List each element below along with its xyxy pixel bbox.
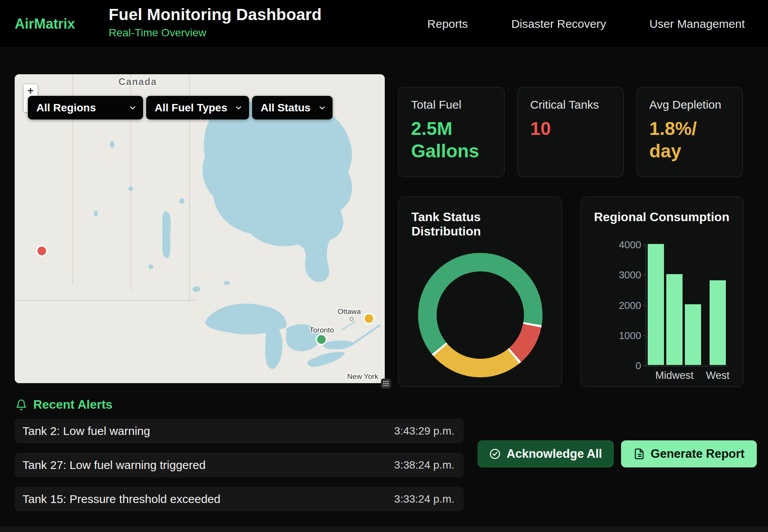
map-label-canada: Canada <box>118 76 157 87</box>
stat-value: 1.8%/ day <box>649 118 730 162</box>
map-canvas[interactable]: Canada Ottawa Toronto New York <box>15 74 385 383</box>
alert-row[interactable]: Tank 15: Pressure threshold exceeded 3:3… <box>15 487 464 511</box>
alert-list: Tank 2: Low fuel warning 3:43:29 p.m. Ta… <box>15 419 464 511</box>
document-icon <box>633 448 645 460</box>
alert-row[interactable]: Tank 2: Low fuel warning 3:43:29 p.m. <box>15 419 464 443</box>
page-title: Fuel Monitoring Dashboard <box>109 5 322 24</box>
alerts-heading: Recent Alerts <box>15 397 113 412</box>
y-axis-tick-label: 1000 <box>619 330 641 341</box>
map-filters: All Regions All Fuel Types All Status <box>28 96 333 119</box>
nav-item-user-management[interactable]: User Management <box>649 17 745 31</box>
header: AirMatrix Fuel Monitoring Dashboard Real… <box>0 0 768 48</box>
status-filter-select[interactable]: All Status <box>252 96 333 119</box>
chevron-down-icon <box>318 104 326 112</box>
alert-row[interactable]: Tank 27: Low fuel warning triggered 3:38… <box>15 453 464 477</box>
generate-report-label: Generate Report <box>651 447 745 461</box>
stat-card-critical-tanks: Critical Tanks 10 <box>517 87 624 177</box>
stat-label: Total Fuel <box>411 98 492 111</box>
app-root: AirMatrix Fuel Monitoring Dashboard Real… <box>0 0 768 532</box>
bar-category-label: Midwest <box>666 370 683 382</box>
stat-value: 10 <box>530 118 611 140</box>
bar-chart-bars <box>648 244 726 365</box>
fuel-type-filter-value: All Fuel Types <box>155 102 227 114</box>
map-marker-warning[interactable] <box>364 314 374 324</box>
map-marker-critical[interactable] <box>37 246 47 256</box>
regional-consumption-card: Regional Consumption 40003000200010000 M… <box>581 197 743 387</box>
chevron-down-icon <box>128 104 137 112</box>
alert-time: 3:38:24 p.m. <box>394 459 454 471</box>
acknowledge-all-label: Acknowledge All <box>507 447 602 461</box>
stats-row: Total Fuel 2.5M Gallons Critical Tanks 1… <box>398 87 743 177</box>
stat-card-avg-depletion: Avg Depletion 1.8%/ day <box>637 87 743 177</box>
stat-label: Critical Tanks <box>530 98 611 111</box>
regional-consumption-title: Regional Consumption <box>594 210 730 224</box>
bar-chart-yaxis: 40003000200010000 <box>597 239 641 372</box>
page-subtitle: Real-Time Overview <box>109 27 322 39</box>
y-axis-tick-label: 4000 <box>619 239 641 251</box>
bar <box>710 280 726 365</box>
bar-category-label <box>685 370 701 382</box>
map-label-ottawa: Ottawa <box>338 307 361 315</box>
alert-message: Tank 2: Low fuel warning <box>22 425 150 438</box>
stat-card-total-fuel: Total Fuel 2.5M Gallons <box>398 87 505 177</box>
alert-message: Tank 15: Pressure threshold exceeded <box>22 493 220 506</box>
region-filter-select[interactable]: All Regions <box>28 96 143 119</box>
map-resize-handle-icon[interactable] <box>381 379 391 389</box>
donut-hole <box>437 271 524 359</box>
status-filter-value: All Status <box>261 102 311 114</box>
chevron-down-icon <box>234 104 243 112</box>
alert-time: 3:43:29 p.m. <box>394 425 454 437</box>
title-block: Fuel Monitoring Dashboard Real-Time Over… <box>109 5 322 39</box>
region-filter-value: All Regions <box>36 102 96 114</box>
main-nav: Reports Disaster Recovery User Managemen… <box>427 17 745 31</box>
bar <box>648 244 664 365</box>
bar <box>666 274 683 365</box>
bar-chart-yaxis-line <box>645 245 646 367</box>
check-circle-icon <box>489 448 501 460</box>
alerts-title: Recent Alerts <box>33 397 113 412</box>
city-dot-ottawa <box>350 317 353 321</box>
donut-chart <box>418 253 543 377</box>
generate-report-button[interactable]: Generate Report <box>621 440 757 467</box>
y-axis-tick-label: 2000 <box>619 300 641 311</box>
bar-chart-categories: MidwestWest <box>648 370 726 382</box>
map-marker-normal[interactable] <box>316 334 326 344</box>
bar-category-label: West <box>710 370 726 382</box>
stat-value: 2.5M Gallons <box>411 118 492 162</box>
tank-status-title: Tank Status Distribution <box>411 210 549 239</box>
brand-logo: AirMatrix <box>15 16 75 32</box>
nav-item-disaster-recovery[interactable]: Disaster Recovery <box>511 17 606 31</box>
alert-message: Tank 27: Low fuel warning triggered <box>22 459 206 472</box>
bar-chart-xaxis-line <box>645 366 728 367</box>
acknowledge-all-button[interactable]: Acknowledge All <box>478 440 614 467</box>
map-panel: Canada Ottawa Toronto New York + − All R… <box>15 74 385 383</box>
y-axis-tick-label: 0 <box>636 360 641 372</box>
tank-status-card: Tank Status Distribution <box>398 197 562 387</box>
fuel-type-filter-select[interactable]: All Fuel Types <box>146 96 249 119</box>
nav-item-reports[interactable]: Reports <box>427 17 468 31</box>
alert-time: 3:33:24 p.m. <box>394 493 454 505</box>
map-label-toronto: Toronto <box>309 326 334 334</box>
bar <box>685 304 701 365</box>
footer-bar <box>0 526 768 532</box>
stat-label: Avg Depletion <box>649 98 730 111</box>
grid-dots-icon <box>382 380 389 387</box>
bell-icon <box>15 399 27 411</box>
map-label-new-york: New York <box>347 372 379 380</box>
y-axis-tick-label: 3000 <box>619 269 641 281</box>
